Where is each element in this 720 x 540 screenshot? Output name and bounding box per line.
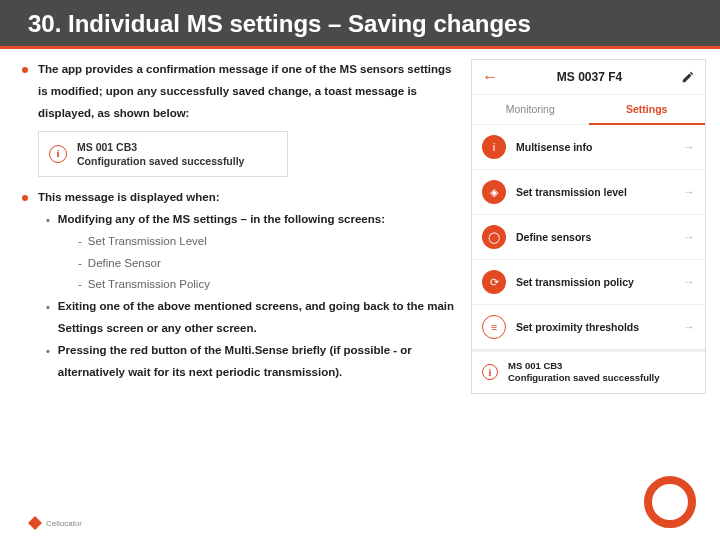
sliders-icon: ≡ [482, 315, 506, 339]
phone-toast-line1: MS 001 CB3 [508, 360, 660, 372]
phone-toast-line2: Configuration saved successfully [508, 372, 660, 384]
logo-icon [28, 516, 42, 530]
info-icon: i [49, 145, 67, 163]
subbullet-icon: • [46, 340, 50, 384]
toast-line2: Configuration saved successfully [77, 154, 244, 168]
sub1-text-2: Exiting one of the above mentioned scree… [58, 296, 463, 340]
row-label: Multisense info [516, 141, 683, 153]
footer-logo: Cellocator [28, 516, 82, 530]
row-proximity-thresholds[interactable]: ≡ Set proximity thresholds → [472, 305, 705, 350]
row-transmission-level[interactable]: ◈ Set transmission level → [472, 170, 705, 215]
row-define-sensors[interactable]: ◯ Define sensors → [472, 215, 705, 260]
toast-line1: MS 001 CB3 [77, 140, 244, 154]
logo-text: Cellocator [46, 519, 82, 528]
sub1-text: Modifying any of the MS settings – in th… [58, 209, 385, 231]
row-label: Set transmission level [516, 186, 683, 198]
bullet-icon [22, 67, 28, 73]
phone-mock: ← MS 0037 F4 Monitoring Settings i Multi… [471, 59, 706, 394]
tab-monitoring[interactable]: Monitoring [472, 95, 589, 125]
row-multisense-info[interactable]: i Multisense info → [472, 125, 705, 170]
chevron-right-icon: → [683, 275, 695, 289]
sub2-c: Set Transmission Policy [88, 278, 210, 290]
info-icon: i [482, 135, 506, 159]
chevron-right-icon: → [683, 140, 695, 154]
bullet-icon [22, 195, 28, 201]
ring-graphic [644, 476, 696, 528]
subbullet-icon: • [46, 209, 50, 231]
phone-title: MS 0037 F4 [557, 70, 622, 84]
sub2-b: Define Sensor [88, 257, 161, 269]
slide-title: 30. Individual MS settings – Saving chan… [0, 0, 720, 46]
sensor-icon: ◯ [482, 225, 506, 249]
sub2-a: Set Transmission Level [88, 235, 207, 247]
info-icon: i [482, 364, 498, 380]
paragraph-1: The app provides a confirmation message … [38, 59, 463, 125]
phone-toast: i MS 001 CB3 Configuration saved success… [472, 350, 705, 393]
content-left: The app provides a confirmation message … [22, 59, 463, 394]
chevron-right-icon: → [683, 320, 695, 334]
tab-settings[interactable]: Settings [589, 95, 706, 125]
chevron-right-icon: → [683, 230, 695, 244]
clock-icon: ⟳ [482, 270, 506, 294]
chevron-right-icon: → [683, 185, 695, 199]
sub1-text-3: Pressing the red button of the Multi.Sen… [58, 340, 463, 384]
row-label: Set proximity thresholds [516, 321, 683, 333]
subbullet-icon: • [46, 296, 50, 340]
signal-icon: ◈ [482, 180, 506, 204]
back-icon[interactable]: ← [482, 68, 498, 86]
toast-example: i MS 001 CB3 Configuration saved success… [38, 131, 288, 177]
row-label: Set transmission policy [516, 276, 683, 288]
row-transmission-policy[interactable]: ⟳ Set transmission policy → [472, 260, 705, 305]
paragraph-2: This message is displayed when: [38, 187, 220, 209]
edit-icon[interactable] [681, 70, 695, 84]
row-label: Define sensors [516, 231, 683, 243]
